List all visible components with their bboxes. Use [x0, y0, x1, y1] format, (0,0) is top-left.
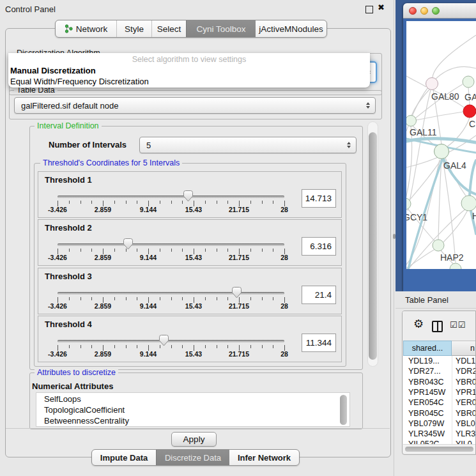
slider-tick — [160, 297, 160, 300]
slider-tick — [69, 249, 70, 252]
network-node[interactable] — [463, 105, 476, 118]
slider-tick — [262, 345, 263, 348]
window-minimize-button[interactable] — [420, 7, 428, 15]
attribute-item[interactable]: SelfLoops — [44, 394, 81, 404]
dropdown-option-equal-width[interactable]: Equal Width/Frequency Discretization — [10, 77, 149, 86]
network-canvas[interactable]: GAL80GACGAL11GAL4GCY1HHAP2 — [406, 21, 476, 269]
slider-tick — [171, 297, 172, 300]
attribute-item[interactable]: TopologicalCoefficient — [44, 405, 125, 415]
slider-tick-label: 2.859 — [95, 302, 111, 310]
slider-tick — [81, 297, 81, 300]
slider-track[interactable] — [58, 243, 284, 246]
tab-style[interactable]: Style — [116, 20, 151, 37]
close-panel-button[interactable]: ✖ — [378, 3, 385, 12]
numerical-attributes-list[interactable]: SelfLoopsTopologicalCoefficientBetweenne… — [36, 392, 350, 427]
threshold-value-field[interactable]: 11.344 — [302, 334, 336, 352]
network-node[interactable] — [434, 144, 449, 159]
divider — [6, 428, 390, 429]
slider-track[interactable] — [58, 196, 284, 198]
apply-button[interactable]: Apply — [171, 432, 217, 447]
thresholds-group-title: Threshold's Coordinates for 5 Intervals — [40, 158, 182, 167]
network-node[interactable] — [461, 196, 476, 211]
slider-thumb[interactable] — [159, 335, 169, 346]
network-edge-highlighted[interactable] — [470, 160, 476, 196]
tab-network[interactable]: Network — [56, 20, 116, 37]
slider-tick — [217, 201, 217, 204]
settings-scrollbar-thumb[interactable] — [369, 132, 377, 360]
slider-tick-label: 2.859 — [95, 206, 111, 213]
table-panel-title: Table Panel — [405, 295, 449, 305]
table-header-row: shared... n — [403, 341, 476, 356]
network-window-titlebar[interactable] — [403, 3, 476, 19]
network-node[interactable] — [433, 240, 444, 251]
slider-tick — [217, 249, 217, 252]
network-edge[interactable] — [406, 76, 426, 87]
tab-impute-data[interactable]: Impute Data — [92, 450, 156, 465]
slider-tick-label: 28 — [280, 206, 288, 213]
attributes-list-scrollbar-thumb[interactable] — [340, 395, 347, 425]
slider-tick — [273, 249, 273, 252]
table-scrollbar-thumb[interactable] — [405, 447, 473, 452]
table-row[interactable]: YER054CYER0 — [403, 397, 476, 408]
tab-select[interactable]: Select — [151, 20, 186, 37]
table-row[interactable]: YDL19...YDL1 — [403, 356, 476, 366]
network-node[interactable] — [450, 263, 461, 269]
slider-track[interactable] — [58, 340, 284, 342]
dropdown-option-manual[interactable]: Manual Discretization — [10, 66, 96, 75]
threshold-value-field[interactable]: 14.713 — [302, 189, 336, 208]
table-row[interactable]: YDR27...YDR2 — [403, 366, 476, 376]
table-row[interactable]: YIL052CYIL0 — [403, 439, 476, 444]
table-row[interactable]: YLR345WYLR3 — [403, 429, 476, 439]
checkbox-icons[interactable]: ☑☑ — [450, 320, 466, 330]
network-node[interactable] — [463, 76, 474, 88]
network-edge[interactable] — [408, 90, 431, 211]
slider-tick — [182, 249, 183, 252]
slider-tick — [273, 297, 273, 300]
threshold-value-field[interactable]: 6.316 — [302, 237, 336, 256]
table-horizontal-scrollbar[interactable] — [403, 444, 476, 453]
float-window-button[interactable] — [365, 6, 373, 13]
column-header-shared-name[interactable]: shared... — [403, 341, 452, 356]
tab-infer-network[interactable]: Infer Network — [229, 450, 299, 465]
network-node[interactable] — [406, 116, 417, 127]
network-edge[interactable] — [416, 112, 463, 120]
threshold-value-field[interactable]: 21.4 — [302, 286, 336, 304]
slider-tick — [91, 345, 92, 348]
slider-tick-label: 9.144 — [140, 350, 157, 358]
slider-thumb[interactable] — [183, 190, 193, 202]
table-row[interactable]: YBL079WYBL0 — [403, 418, 476, 429]
table-row[interactable]: YBR045CYBR0 — [403, 408, 476, 418]
table-data-combobox[interactable]: galFiltered.sif default node — [14, 97, 376, 114]
tab-jactivemnodules[interactable]: jActiveMNodules — [256, 20, 326, 37]
tab-cyni-toolbox[interactable]: Cyni Toolbox — [186, 20, 256, 37]
split-columns-icon[interactable] — [432, 321, 443, 332]
table-row[interactable]: YBR043CYBR0 — [403, 377, 476, 387]
algorithm-dropdown-popup: Select algorithm to view settings Manual… — [8, 53, 370, 88]
dropdown-placeholder-option[interactable]: Select algorithm to view settings — [8, 55, 370, 64]
gear-icon[interactable]: ⚙ — [413, 318, 424, 330]
tab-discretize-data[interactable]: Discretize Data — [156, 450, 229, 465]
threshold-label: Threshold 1 — [45, 175, 92, 185]
table-row[interactable]: YPR145WYPR1 — [403, 387, 476, 397]
slider-tick — [81, 249, 81, 252]
screen: { "window": {"title": "Control Panel"}, … — [0, 0, 476, 476]
slider-tick — [273, 201, 273, 204]
network-node[interactable] — [426, 78, 438, 90]
window-zoom-button[interactable] — [432, 7, 440, 15]
slider-tick — [114, 297, 115, 300]
slider-tick-label: -3.426 — [48, 350, 67, 358]
slider-thumb[interactable] — [232, 287, 242, 298]
slider-tick — [262, 201, 263, 204]
slider-tick — [205, 249, 206, 252]
slider-tick — [250, 249, 251, 252]
network-edge[interactable] — [433, 35, 476, 77]
attribute-item[interactable]: BetweennessCentrality — [44, 416, 129, 426]
slider-thumb[interactable] — [123, 238, 133, 250]
slider-tick — [250, 297, 251, 300]
number-of-intervals-combobox[interactable]: 5 — [139, 137, 357, 153]
window-close-button[interactable] — [409, 7, 417, 15]
slider-tick — [81, 201, 81, 204]
slider-tick-label: 9.144 — [140, 254, 157, 261]
column-header-name[interactable]: n — [452, 341, 476, 356]
slider-track[interactable] — [58, 292, 284, 295]
